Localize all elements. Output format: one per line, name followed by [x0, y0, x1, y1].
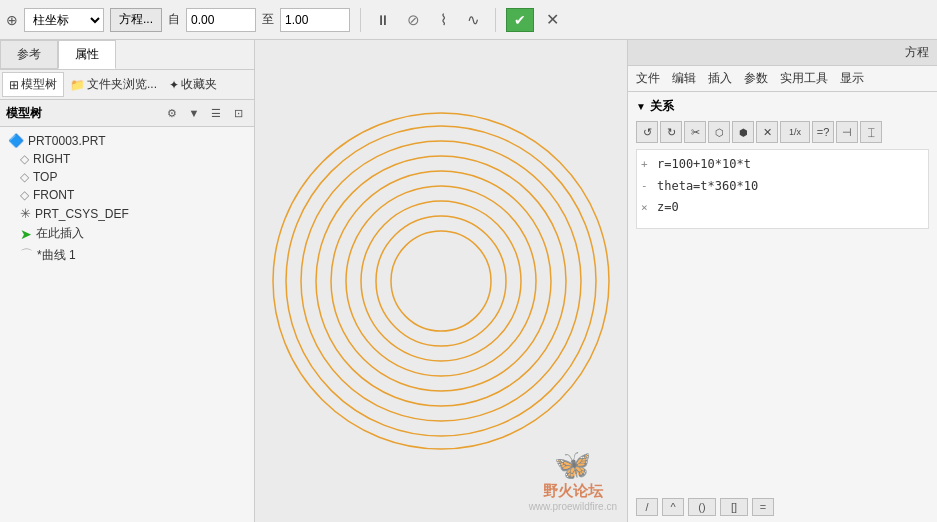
from-value-input[interactable] [186, 8, 256, 32]
menu-params[interactable]: 参数 [744, 70, 768, 87]
tree-item-insert[interactable]: ➤ 在此插入 [0, 223, 254, 244]
svg-point-6 [301, 141, 581, 421]
rel-redo-btn[interactable]: ↻ [660, 121, 682, 143]
right-title-bar: 方程 [628, 40, 937, 66]
tree-toolbar: ⚙ ▼ ☰ ⊡ [162, 103, 248, 123]
separator-2 [495, 8, 496, 32]
wave2-button[interactable]: ∿ [461, 8, 485, 32]
bracket-icon: ⊣ [842, 126, 852, 139]
menu-display[interactable]: 显示 [840, 70, 864, 87]
code-line-1: + r=100+10*10*t [641, 154, 924, 176]
wave2-icon: ∿ [467, 11, 480, 29]
extra-icon: ⌶ [868, 126, 875, 138]
center-canvas: 🦋 野火论坛 www.proewildfire.cn [255, 40, 627, 522]
nav-favorites[interactable]: ✦ 收藏夹 [163, 73, 223, 96]
separator-1 [360, 8, 361, 32]
rel-paste-btn[interactable]: ⬢ [732, 121, 754, 143]
settings-icon: ⚙ [167, 107, 177, 120]
tree-settings-btn[interactable]: ⚙ [162, 103, 182, 123]
model-tree-body: 🔷 PRT0003.PRT ◇ RIGHT ◇ TOP ◇ FRONT ✳ PR… [0, 127, 254, 522]
nav-row: ⊞ 模型树 📁 文件夹浏览... ✦ 收藏夹 [0, 70, 254, 100]
op-equal-btn[interactable]: = [752, 498, 774, 516]
svg-point-4 [331, 171, 551, 391]
operators-section: / ^ () [] = [628, 494, 937, 522]
menu-edit[interactable]: 编辑 [672, 70, 696, 87]
rel-extra-btn[interactable]: ⌶ [860, 121, 882, 143]
rel-undo-btn[interactable]: ↺ [636, 121, 658, 143]
op-divide-btn[interactable]: / [636, 498, 658, 516]
paren-icon: () [698, 501, 705, 513]
to-value-input[interactable] [280, 8, 350, 32]
insert-icon: ➤ [20, 226, 32, 242]
tree-item-prt[interactable]: 🔷 PRT0003.PRT [0, 131, 254, 150]
coord-system-select[interactable]: 柱坐标 [24, 8, 104, 32]
star-icon: ✦ [169, 78, 179, 92]
coord-icon: ⊕ [6, 12, 18, 28]
tree-item-curve[interactable]: ⌒ *曲线 1 [0, 244, 254, 266]
list-icon: ☰ [211, 107, 221, 120]
confirm-button[interactable]: ✔ [506, 8, 534, 32]
paste-icon: ⬢ [739, 127, 748, 138]
tree-item-top[interactable]: ◇ TOP [0, 168, 254, 186]
filter-icon: ▼ [189, 107, 200, 119]
from-label: 自 [168, 11, 180, 28]
collapse-arrow-icon[interactable]: ▼ [636, 101, 646, 112]
tree-expand-btn[interactable]: ⊡ [228, 103, 248, 123]
rel-delete-btn[interactable]: ✕ [756, 121, 778, 143]
model-tree-header: 模型树 ⚙ ▼ ☰ ⊡ [0, 100, 254, 127]
spiral-graphic [261, 101, 621, 461]
rel-fraction-btn[interactable]: 1/x [780, 121, 810, 143]
watermark: 🦋 野火论坛 www.proewildfire.cn [529, 447, 617, 512]
nav-model-tree[interactable]: ⊞ 模型树 [2, 72, 64, 97]
equal-icon: = [760, 501, 766, 513]
svg-point-0 [391, 231, 491, 331]
svg-point-1 [376, 216, 506, 346]
svg-point-3 [346, 186, 536, 376]
rel-bracket-btn[interactable]: ⊣ [836, 121, 858, 143]
op-paren-btn[interactable]: () [688, 498, 716, 516]
model-tree-label: 模型树 [6, 105, 42, 122]
plane-right-icon: ◇ [20, 152, 29, 166]
sq-bracket-icon: [] [731, 501, 737, 513]
tab-reference[interactable]: 参考 [0, 40, 58, 69]
csys-icon: ✳ [20, 206, 31, 221]
wave1-icon: ⌇ [440, 11, 447, 29]
left-panel: 参考 属性 ⊞ 模型树 📁 文件夹浏览... ✦ 收藏夹 模型树 [0, 40, 255, 522]
pause-button[interactable]: ⏸ [371, 8, 395, 32]
main-layout: 参考 属性 ⊞ 模型树 📁 文件夹浏览... ✦ 收藏夹 模型树 [0, 40, 937, 522]
menu-tools[interactable]: 实用工具 [780, 70, 828, 87]
op-bracket-btn[interactable]: [] [720, 498, 748, 516]
relations-label: 关系 [650, 98, 674, 115]
fraction-icon: 1/x [789, 127, 801, 137]
cut-icon: ✂ [691, 126, 700, 139]
rel-copy-btn[interactable]: ⬡ [708, 121, 730, 143]
pause-icon: ⏸ [376, 12, 390, 28]
tree-item-csys[interactable]: ✳ PRT_CSYS_DEF [0, 204, 254, 223]
watermark-title: 野火论坛 [543, 482, 603, 501]
tree-filter-btn[interactable]: ▼ [184, 103, 204, 123]
relations-code-area[interactable]: + r=100+10*10*t - theta=t*360*10 × z=0 [636, 149, 929, 229]
right-menubar: 文件 编辑 插入 参数 实用工具 显示 [628, 66, 937, 92]
tree-list-btn[interactable]: ☰ [206, 103, 226, 123]
stop-button[interactable]: ⊘ [401, 8, 425, 32]
wave1-button[interactable]: ⌇ [431, 8, 455, 32]
curve-icon: ⌒ [20, 246, 33, 264]
code-line-2: - theta=t*360*10 [641, 176, 924, 198]
equation-button[interactable]: 方程... [110, 8, 162, 32]
menu-file[interactable]: 文件 [636, 70, 660, 87]
tree-item-front[interactable]: ◇ FRONT [0, 186, 254, 204]
delete-icon: ✕ [763, 126, 772, 139]
undo-icon: ↺ [643, 126, 652, 139]
part-icon: 🔷 [8, 133, 24, 148]
equals-icon: =? [817, 126, 830, 138]
cancel-button[interactable]: ✕ [540, 8, 564, 32]
tab-properties[interactable]: 属性 [58, 40, 116, 69]
menu-insert[interactable]: 插入 [708, 70, 732, 87]
tree-item-right[interactable]: ◇ RIGHT [0, 150, 254, 168]
confirm-icon: ✔ [514, 12, 526, 28]
rel-equals-btn[interactable]: =? [812, 121, 834, 143]
nav-file-browser[interactable]: 📁 文件夹浏览... [64, 73, 163, 96]
rel-cut-btn[interactable]: ✂ [684, 121, 706, 143]
svg-point-7 [286, 126, 596, 436]
op-power-btn[interactable]: ^ [662, 498, 684, 516]
